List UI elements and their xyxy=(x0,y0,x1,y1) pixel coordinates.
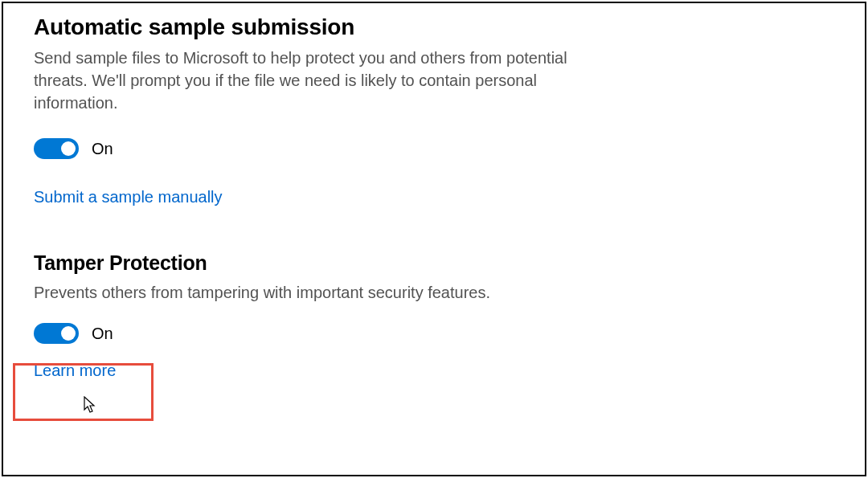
sample-submission-toggle-label: On xyxy=(92,140,113,158)
sample-submission-title: Automatic sample submission xyxy=(34,14,834,40)
tamper-protection-section: Tamper Protection Prevents others from t… xyxy=(34,251,834,380)
sample-submission-description: Send sample files to Microsoft to help p… xyxy=(34,47,612,114)
sample-submission-toggle[interactable] xyxy=(34,138,79,159)
toggle-knob xyxy=(61,141,76,156)
tamper-protection-toggle-row: On xyxy=(34,323,834,344)
cursor-icon xyxy=(83,396,97,415)
sample-submission-toggle-row: On xyxy=(34,138,834,159)
tamper-protection-title: Tamper Protection xyxy=(34,251,834,275)
submit-sample-link[interactable]: Submit a sample manually xyxy=(34,188,223,206)
settings-panel: Automatic sample submission Send sample … xyxy=(2,2,866,476)
tamper-protection-toggle[interactable] xyxy=(34,323,79,344)
toggle-knob xyxy=(61,326,76,341)
tamper-protection-toggle-label: On xyxy=(92,325,113,343)
learn-more-link[interactable]: Learn more xyxy=(34,362,116,380)
sample-submission-section: Automatic sample submission Send sample … xyxy=(34,14,834,206)
tamper-protection-description: Prevents others from tampering with impo… xyxy=(34,281,612,304)
